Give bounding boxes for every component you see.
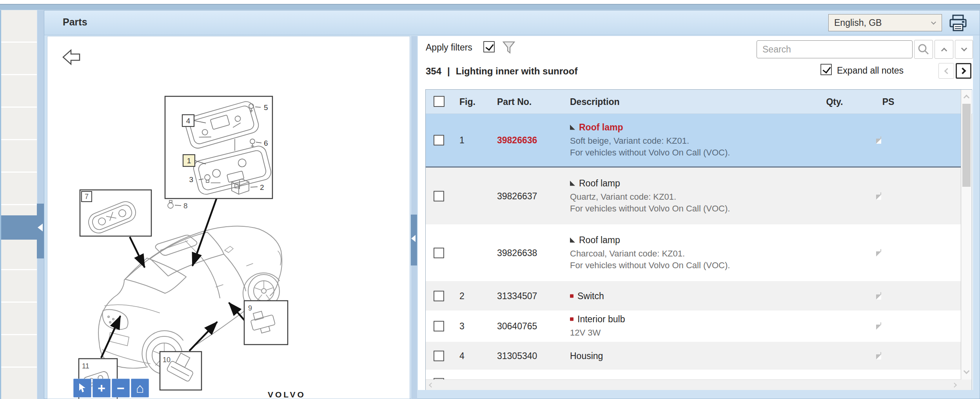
diagram-label-6[interactable]: 6 <box>264 139 268 147</box>
diagram-label-8[interactable]: 8 <box>183 202 188 210</box>
expand-all-notes-checkbox[interactable] <box>820 64 832 75</box>
note-marker-icon <box>570 125 575 130</box>
table-row[interactable]: 39826637 Roof lamp Quartz, Variant code:… <box>426 168 962 224</box>
apply-filters-checkbox[interactable] <box>483 41 495 52</box>
table-row[interactable]: 1 39826636 Roof lamp Soft beige, Variant… <box>426 114 962 168</box>
note-page-icon[interactable] <box>880 292 881 300</box>
note-marker-icon <box>570 294 573 298</box>
ps-cell[interactable] <box>880 323 881 330</box>
search-input[interactable] <box>757 40 913 58</box>
row-checkbox[interactable] <box>434 135 444 146</box>
part-number-link[interactable]: 31305340 <box>497 350 537 361</box>
ps-cell[interactable] <box>880 193 881 200</box>
diagram-panel: 5 6 3 2 4 1 7 8 <box>47 36 410 399</box>
table-row[interactable]: 5 30715553 Clip <box>426 370 962 379</box>
description-cell: Roof lamp Soft beige, Variant code: KZ01… <box>570 122 730 159</box>
part-number-link[interactable]: 31334507 <box>497 291 537 301</box>
scroll-right-arrow[interactable] <box>953 381 958 388</box>
col-ps: PS <box>880 97 896 107</box>
horizontal-scrollbar[interactable] <box>426 379 962 390</box>
vertical-scrollbar[interactable] <box>961 90 972 379</box>
next-group-button[interactable] <box>956 63 971 79</box>
ps-cell[interactable] <box>880 352 881 359</box>
callout-box-10[interactable]: 10 <box>160 351 201 390</box>
callout-box-main[interactable]: 5 6 3 2 4 1 <box>165 96 272 199</box>
find-next-button[interactable] <box>955 40 973 59</box>
part-name: Roof lamp <box>579 235 620 245</box>
search-button[interactable] <box>914 40 933 59</box>
diagram-label-5[interactable]: 5 <box>264 103 268 112</box>
ps-cell[interactable] <box>880 249 881 256</box>
part-name: Roof lamp <box>579 178 620 188</box>
table-row[interactable]: 39826638 Roof lamp Charcoal, Variant cod… <box>426 224 962 281</box>
home-icon: ⌂ <box>136 381 144 396</box>
cursor-tool-button[interactable] <box>73 379 91 397</box>
diagram-label-3[interactable]: 3 <box>189 175 193 184</box>
diagram-label-10[interactable]: 10 <box>163 356 171 364</box>
col-fig: Fig. <box>459 97 475 107</box>
diagram-label-4[interactable]: 4 <box>186 117 191 125</box>
search-icon <box>917 43 930 56</box>
previous-group-button[interactable] <box>938 63 954 79</box>
filter-button[interactable] <box>502 40 516 54</box>
part-number-link[interactable]: 39826637 <box>497 191 537 201</box>
panel-divider-handle[interactable] <box>411 215 417 265</box>
callout-box-9[interactable]: 9 <box>244 301 288 345</box>
note-page-icon[interactable] <box>880 136 881 144</box>
find-previous-button[interactable] <box>935 40 953 59</box>
ps-cell[interactable] <box>880 137 881 144</box>
scroll-left-arrow[interactable] <box>428 381 433 388</box>
note-marker-icon <box>570 318 573 321</box>
description-cell: Switch <box>570 291 604 301</box>
note-page-icon[interactable] <box>880 352 881 359</box>
chevron-down-icon <box>961 45 967 51</box>
table-body: 1 39826636 Roof lamp Soft beige, Variant… <box>426 114 962 379</box>
chevron-right-icon <box>960 68 966 74</box>
row-checkbox[interactable] <box>434 191 444 201</box>
language-select[interactable]: English, GB <box>828 14 942 31</box>
print-button[interactable] <box>948 13 968 33</box>
row-checkbox[interactable] <box>434 350 444 361</box>
description-cell: Roof lamp Quartz, Variant code: KZ01.For… <box>570 178 730 214</box>
cursor-icon <box>78 383 87 393</box>
ps-cell[interactable] <box>880 292 881 300</box>
description-cell: Interior bulb 12V 3W <box>570 314 625 339</box>
table-row[interactable]: 4 31305340 Housing <box>426 342 962 370</box>
diagram-label-2[interactable]: 2 <box>260 183 264 191</box>
row-checkbox[interactable] <box>434 321 444 332</box>
back-button[interactable] <box>62 47 81 67</box>
note-page-icon[interactable] <box>880 249 881 256</box>
part-number-link[interactable]: 39826636 <box>497 135 537 146</box>
diagram-label-1[interactable]: 1 <box>187 157 191 165</box>
table-row[interactable]: 3 30640765 Interior bulb 12V 3W <box>426 311 962 342</box>
chevron-down-icon <box>931 20 936 25</box>
diagram-label-11[interactable]: 11 <box>82 362 89 370</box>
description-cell: Roof lamp Charcoal, Variant code: KZ01.F… <box>570 235 730 271</box>
scroll-down-arrow[interactable] <box>961 366 972 378</box>
note-page-icon[interactable] <box>880 192 881 200</box>
diagram-label-9[interactable]: 9 <box>248 304 252 312</box>
note-page-icon[interactable] <box>880 322 881 330</box>
row-checkbox[interactable] <box>434 247 444 258</box>
diagram-label-7[interactable]: 7 <box>85 193 89 200</box>
funnel-icon <box>502 40 516 54</box>
collapse-panel-icon <box>411 235 416 242</box>
table-row[interactable]: 2 31334507 Switch <box>426 281 962 311</box>
left-sidebar-tab-strip[interactable] <box>1 10 37 399</box>
scroll-up-arrow[interactable] <box>961 90 972 102</box>
fig-cell: 3 <box>459 321 465 332</box>
zoom-home-button[interactable]: ⌂ <box>131 379 149 397</box>
zoom-out-button[interactable]: − <box>112 379 130 397</box>
part-number-link[interactable]: 30640765 <box>497 321 537 332</box>
volvo-logo: VOLVO <box>268 390 306 399</box>
select-all-checkbox[interactable] <box>434 96 445 107</box>
part-name: Interior bulb <box>577 314 625 325</box>
note-marker-icon <box>570 181 575 186</box>
sidebar-selected-tab[interactable] <box>1 215 44 240</box>
part-number-link[interactable]: 39826638 <box>497 247 537 258</box>
zoom-in-button[interactable]: + <box>93 379 111 397</box>
apply-filters-label: Apply filters <box>426 42 472 53</box>
row-checkbox[interactable] <box>434 291 444 301</box>
part-name: Housing <box>570 350 603 361</box>
vertical-scroll-thumb[interactable] <box>962 104 971 187</box>
